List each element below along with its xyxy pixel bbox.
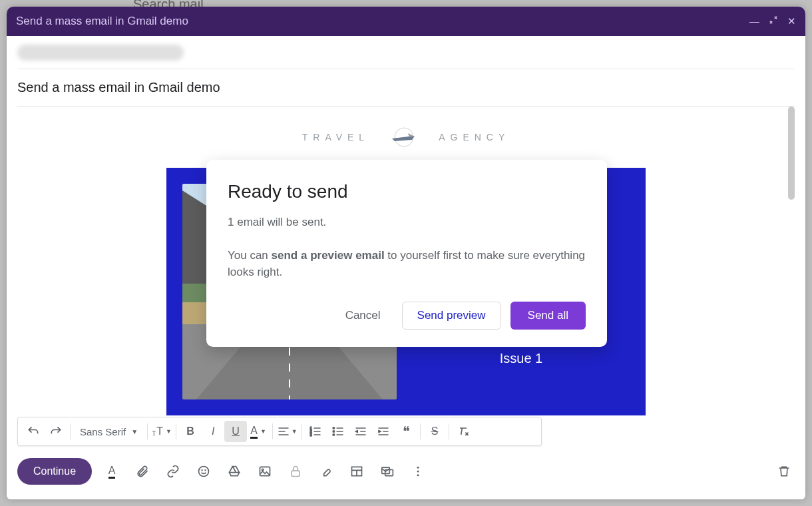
- clear-format-button[interactable]: [452, 421, 475, 442]
- chevron-down-icon: ▼: [166, 428, 172, 435]
- editor-scrollbar[interactable]: [788, 107, 795, 200]
- dialog-button-row: Cancel Send preview Send all: [228, 302, 586, 330]
- svg-point-6: [333, 434, 335, 436]
- window-close-icon[interactable]: ✕: [787, 15, 796, 27]
- drive-icon[interactable]: [224, 461, 245, 482]
- continue-button[interactable]: Continue: [17, 458, 92, 485]
- window-controls: — ✕: [749, 15, 796, 27]
- chevron-down-icon: ▼: [260, 428, 266, 435]
- font-family-dropdown[interactable]: Sans Serif ▼: [73, 426, 144, 437]
- logo-left-text: TRAVEL: [302, 132, 369, 142]
- svg-point-17: [417, 471, 419, 473]
- quote-button[interactable]: ❝: [395, 421, 417, 442]
- numbered-list-button[interactable]: 123: [304, 421, 327, 442]
- bullet-list-button[interactable]: [327, 421, 349, 442]
- chevron-down-icon: ▼: [292, 428, 298, 435]
- window-minimize-icon[interactable]: —: [749, 15, 759, 27]
- ready-to-send-dialog: Ready to send 1 email will be sent. You …: [206, 160, 607, 347]
- align-button[interactable]: ▼: [276, 421, 298, 442]
- link-icon[interactable]: [162, 461, 184, 482]
- more-options-icon[interactable]: [407, 461, 429, 482]
- undo-button[interactable]: [22, 421, 45, 442]
- svg-point-11: [262, 469, 264, 471]
- newsletter-issue: Issue 1: [500, 351, 542, 366]
- road-lane: [289, 300, 290, 399]
- redo-button[interactable]: [45, 421, 67, 442]
- send-preview-button[interactable]: Send preview: [402, 302, 501, 330]
- svg-text:3: 3: [310, 433, 312, 437]
- chevron-down-icon: ▼: [131, 428, 138, 435]
- svg-rect-12: [292, 471, 300, 476]
- underline-button[interactable]: U: [224, 421, 247, 442]
- attach-icon[interactable]: [132, 461, 153, 482]
- dialog-title: Ready to send: [228, 181, 586, 202]
- recipient-chip-blurred: [17, 45, 184, 61]
- dialog-count-text: 1 email will be sent.: [228, 216, 586, 229]
- format-toolbar: Sans Serif ▼ TT ▼ B I U A ▼ ▼ 123: [17, 417, 542, 446]
- svg-point-9: [205, 470, 206, 471]
- signature-icon[interactable]: [315, 461, 337, 482]
- svg-point-18: [417, 474, 419, 476]
- recipients-row[interactable]: [17, 36, 795, 69]
- subject-text: Send a mass email in Gmail demo: [17, 80, 220, 95]
- text-color-icon[interactable]: A: [101, 461, 122, 482]
- send-all-button[interactable]: Send all: [510, 302, 586, 330]
- window-restore-icon[interactable]: [769, 15, 778, 27]
- italic-button[interactable]: I: [202, 421, 224, 442]
- template-logo: TRAVEL AGENCY: [306, 126, 506, 148]
- compose-sendbar: Continue A: [17, 455, 795, 487]
- discard-icon[interactable]: [773, 461, 795, 482]
- mail-merge-icon[interactable]: [377, 461, 398, 482]
- strikethrough-button[interactable]: S: [423, 421, 446, 442]
- svg-point-4: [333, 427, 335, 429]
- compose-titlebar: Send a mass email in Gmail demo — ✕: [7, 7, 805, 36]
- subject-row[interactable]: Send a mass email in Gmail demo: [17, 69, 795, 107]
- image-icon[interactable]: [254, 461, 276, 482]
- indent-more-button[interactable]: [372, 421, 395, 442]
- layout-icon[interactable]: [346, 461, 367, 482]
- font-size-dropdown[interactable]: TT ▼: [150, 421, 173, 442]
- plane-icon: [388, 126, 420, 148]
- svg-point-7: [199, 467, 209, 477]
- font-family-label: Sans Serif: [80, 426, 126, 437]
- dialog-description: You can send a preview email to yourself…: [228, 248, 586, 280]
- indent-less-button[interactable]: [349, 421, 372, 442]
- compose-title: Send a mass email in Gmail demo: [16, 15, 188, 28]
- emoji-icon[interactable]: [193, 461, 214, 482]
- svg-point-5: [333, 431, 335, 433]
- text-color-button[interactable]: A ▼: [247, 421, 270, 442]
- svg-point-16: [417, 467, 419, 469]
- cancel-button[interactable]: Cancel: [333, 302, 393, 330]
- confidential-icon[interactable]: [285, 461, 306, 482]
- logo-right-text: AGENCY: [439, 132, 510, 142]
- svg-point-8: [202, 470, 202, 471]
- bold-button[interactable]: B: [179, 421, 202, 442]
